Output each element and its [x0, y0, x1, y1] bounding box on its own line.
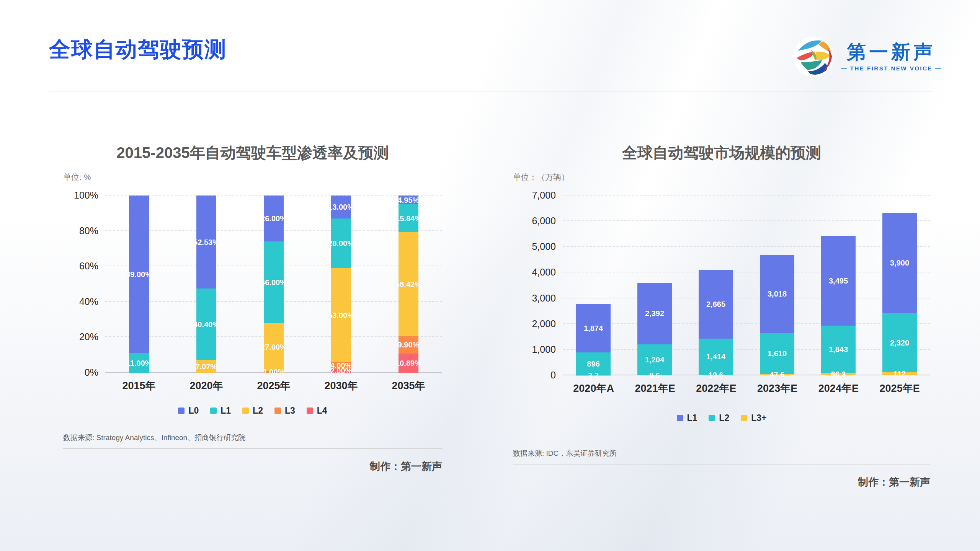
y-axis-tick-label: 20% [79, 331, 98, 342]
stacked-bar: 11.00%89.00% [129, 196, 149, 373]
bar-value-label: 89.00% [126, 270, 152, 279]
bars-row: 3.28961,8748.61,2042,39219.61,4142,66547… [563, 196, 930, 375]
bar-value-label: 26.00% [261, 214, 287, 223]
page-title: 全球自动驾驶预测 [49, 35, 227, 64]
x-axis-labels: 2020年A2021年E2022年E2023年E2024年E2025年E [563, 381, 930, 395]
bar-value-label: 1,843 [829, 345, 848, 354]
stacked-bar: 7.07%40.40%52.53% [196, 196, 216, 373]
x-axis-label: 2021年E [635, 381, 675, 395]
bar-segment: 7.07% [196, 360, 216, 373]
chart-title: 全球自动驾驶市场规模的预测 [513, 142, 930, 163]
bar-value-label: 27.00% [261, 342, 287, 351]
bars-row: 11.00%89.00%7.07%40.40%52.53%1.00%27.00%… [105, 196, 442, 373]
bar-segment: 1,874 [576, 304, 611, 352]
legend-label: L0 [188, 406, 199, 416]
bar-segment: 2,665 [699, 270, 733, 339]
bar-segment: 47.6 [760, 374, 794, 375]
bar-value-label: 2,665 [706, 300, 725, 309]
x-axis-labels: 2015年2020年2025年2030年2035年 [105, 379, 442, 393]
bar-value-label: 2,320 [890, 338, 909, 347]
credit: 制作：第一新声 [63, 460, 442, 473]
market-size-chart-panel: 全球自动驾驶市场规模的预测 单位：（万辆） 01,0002,0003,0004,… [513, 142, 930, 489]
brand-logo: 第一新声 — THE FIRST NEW VOICE — [792, 35, 942, 78]
legend-swatch-icon [677, 415, 683, 421]
x-axis-label: 2020年 [189, 379, 223, 393]
bar-segment: 19.6 [699, 375, 733, 375]
legend: L0L1L2L3L4 [63, 406, 442, 416]
y-axis-tick-label: 60% [79, 261, 98, 272]
stacked-bar: 10.89%9.90%58.42%15.84%4.95% [399, 196, 418, 373]
legend-item: L3 [274, 406, 295, 416]
bar-value-label: 112 [893, 370, 906, 378]
legend-swatch-icon [307, 408, 313, 414]
data-source: 数据来源: IDC，东吴证券研究所 [513, 448, 930, 458]
bar-value-label: 4.00% [330, 361, 352, 370]
y-axis-tick-label: 0% [85, 367, 98, 378]
bar-segment: 1,610 [760, 333, 794, 374]
bar-segment: 1.00% [264, 371, 284, 373]
x-axis-label: 2025年E [880, 381, 920, 395]
bar-segment: 4.95% [399, 196, 418, 204]
x-axis-label: 2030年 [324, 379, 358, 393]
bar-value-label: 4.95% [398, 196, 420, 204]
bar-segment: 3,900 [882, 213, 917, 313]
y-axis-tick-label: 4,000 [532, 267, 556, 278]
bar-value-label: 13.00% [328, 203, 354, 212]
unit-label: 单位: % [63, 172, 442, 183]
bar-value-label: 1.00% [263, 367, 285, 376]
bar-segment: 52.53% [196, 196, 216, 289]
penetration-chart-panel: 2015-2035年自动驾驶车型渗透率及预测 单位: % 0%20%40%60%… [63, 142, 442, 473]
bar-value-label: 8.6 [649, 371, 660, 380]
bar-segment: 15.84% [399, 204, 418, 232]
legend-swatch-icon [210, 408, 217, 414]
legend-item: L1 [677, 413, 697, 423]
bar-value-label: 10.89% [395, 359, 421, 367]
bar-value-label: 3,495 [829, 277, 848, 285]
stacked-bar: 1.00%27.00%46.00%26.00% [264, 196, 284, 373]
y-axis: 0%20%40%60%80%100% [63, 196, 105, 373]
y-axis-tick-label: 2,000 [532, 318, 556, 329]
bar-value-label: 2,392 [645, 309, 664, 318]
bar-value-label: 3,018 [768, 290, 787, 298]
bar-segment: 112 [882, 372, 917, 375]
chart-title: 2015-2035年自动驾驶车型渗透率及预测 [63, 142, 442, 163]
bar-value-label: 46.00% [261, 278, 287, 287]
globe-multicolor-icon [792, 35, 835, 78]
stacked-bar: 2.00%4.00%53.00%28.00%13.00% [331, 196, 351, 373]
bar-value-label: 11.00% [126, 359, 152, 367]
bar-segment: 40.40% [196, 289, 216, 360]
bar-segment: 10.89% [399, 354, 418, 373]
unit-label: 单位：（万辆） [513, 172, 930, 183]
bar-segment: 2,320 [882, 313, 917, 373]
bar-segment: 13.00% [331, 196, 351, 218]
bar-value-label: 52.53% [193, 238, 219, 246]
bar-segment: 3,018 [760, 255, 794, 333]
stacked-bar: 1122,3203,900 [882, 213, 917, 375]
y-axis: 01,0002,0003,0004,0005,0006,0007,000 [513, 196, 563, 375]
y-axis-tick-label: 1,000 [532, 344, 556, 355]
y-axis-tick-label: 3,000 [532, 293, 556, 304]
bar-value-label: 47.6 [770, 370, 785, 379]
bar-segment: 89.00% [129, 196, 149, 353]
bar-value-label: 896 [587, 359, 599, 368]
y-axis-tick-label: 6,000 [532, 215, 556, 227]
stacked-bar: 47.61,6103,018 [760, 255, 794, 375]
logo-tagline: — THE FIRST NEW VOICE — [841, 65, 942, 72]
legend-item: L4 [307, 406, 327, 416]
title-divider [49, 91, 932, 91]
legend-swatch-icon [274, 408, 281, 414]
bar-value-label: 58.42% [395, 280, 421, 289]
y-axis-tick-label: 5,000 [532, 241, 556, 252]
credit: 制作：第一新声 [513, 475, 930, 489]
bar-segment: 3,495 [821, 236, 856, 326]
logo-name: 第一新声 [847, 42, 936, 63]
legend: L1L2L3+ [513, 413, 930, 423]
bar-segment: 58.42% [399, 232, 418, 336]
legend-item: L0 [178, 406, 199, 416]
y-axis-tick-label: 40% [79, 296, 98, 307]
bar-value-label: 3.2 [588, 371, 599, 380]
x-axis-label: 2024年E [818, 381, 859, 395]
bar-segment: 1,843 [821, 326, 856, 373]
stacked-bar: 3.28961,874 [576, 304, 611, 375]
plot-area: 3.28961,8748.61,2042,39219.61,4142,66547… [563, 196, 930, 375]
